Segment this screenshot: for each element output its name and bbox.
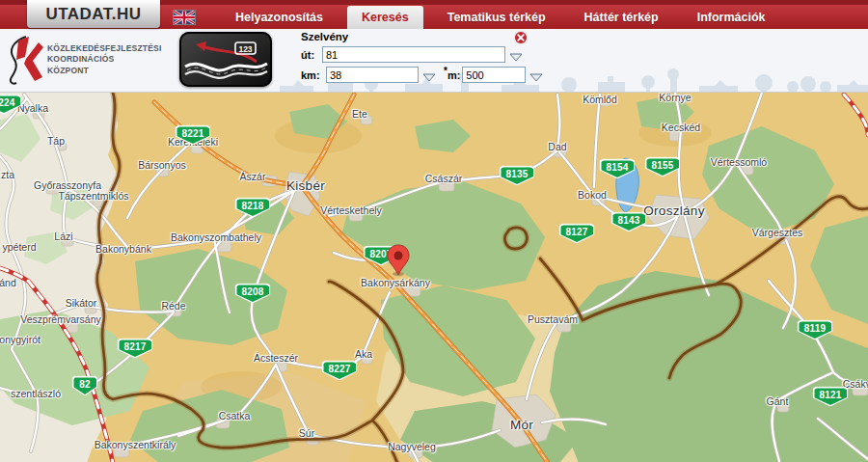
m-input[interactable] xyxy=(462,67,526,83)
map-town-label: Ácsteszér xyxy=(254,352,298,364)
header-panel: KÖZLEKEDÉSFEJLESZTÉSI KOORDINÁCIÓS KÖZPO… xyxy=(0,29,868,93)
map-town-label: Sikátor xyxy=(66,297,97,309)
tab-helyazonositas[interactable]: Helyazonosítás xyxy=(221,5,338,29)
map-canvas[interactable]: NyalkaTápztaGyőrasszonyfaTápszentmiklósy… xyxy=(0,93,868,462)
map-town-label: Vérteskethely xyxy=(320,204,382,216)
road-number-badge: 8218 xyxy=(235,198,271,218)
tab-tematikus-terkep[interactable]: Tematikus térkép xyxy=(433,5,560,29)
map-town-label: Oroszlány xyxy=(643,204,704,218)
map-town-label: Táp xyxy=(47,135,65,147)
road-number-badge: 8224 xyxy=(0,95,22,115)
ut-label: út: xyxy=(301,49,322,61)
m-required-mark: * xyxy=(444,66,448,76)
map-town-label: Veszprémvarsány xyxy=(20,313,100,325)
map-marker-pin[interactable] xyxy=(386,244,411,281)
map-town-label: Bársonyos xyxy=(138,159,186,171)
map-town-label: Bokod xyxy=(578,189,607,201)
map-town-label: Vértessomló xyxy=(711,156,767,168)
svg-text:123: 123 xyxy=(238,44,252,54)
road-number-badge: 8135 xyxy=(500,166,535,186)
utadat-app: UTADAT.HU Helyazonosítás Keresés Tematik… xyxy=(0,0,868,462)
map-town-label: Csatka xyxy=(219,410,251,421)
tab-informaciok[interactable]: Információk xyxy=(683,5,780,29)
map-labels-layer: NyalkaTápztaGyőrasszonyfaTápszentmiklósy… xyxy=(0,93,868,462)
szelveny-title: Szelvény xyxy=(301,31,529,42)
map-town-label: Réde xyxy=(161,300,185,312)
map-town-label: Tápszentmiklós xyxy=(59,190,129,202)
km-input[interactable] xyxy=(326,67,419,83)
map-town-label: konygyirót xyxy=(0,334,41,345)
map-town-label: Bakonyszentkirály xyxy=(95,439,176,450)
map-town-label: Várgesztes xyxy=(752,227,803,238)
road-number-badge: 8127 xyxy=(559,224,595,244)
org-logo: KÖZLEKEDÉSFEJLESZTÉSI KOORDINÁCIÓS KÖZPO… xyxy=(5,34,162,86)
org-line3: KÖZPONT xyxy=(47,66,162,76)
map-town-label: Nagyveleg xyxy=(388,441,436,452)
map-town-label: Aka xyxy=(355,348,372,360)
map-town-label: Kömlőd xyxy=(583,94,617,105)
org-line1: KÖZLEKEDÉSFEJLESZTÉSI xyxy=(47,43,162,54)
szelveny-search-panel: Szelvény út: km: xyxy=(301,31,529,83)
map-town-label: Kecskéd xyxy=(662,122,700,133)
map-town-label: szentlászló xyxy=(11,388,61,399)
ut-input[interactable] xyxy=(322,46,505,63)
road-number-badge: 8143 xyxy=(611,212,647,232)
m-label: m: xyxy=(448,69,460,81)
tab-hatter-terkep[interactable]: Háttér térkép xyxy=(570,5,673,29)
road-number-badge: 8155 xyxy=(645,157,681,177)
map-town-label: Ete xyxy=(352,108,367,120)
site-logo[interactable]: UTADAT.HU xyxy=(27,0,160,28)
road-number-badge: 8121 xyxy=(813,387,849,407)
road-number-badge: 8217 xyxy=(118,339,153,359)
map-town-label: Császár xyxy=(425,173,463,184)
uk-flag-icon[interactable] xyxy=(174,11,195,24)
km-label: km: xyxy=(301,69,326,81)
road-number-badge: 82 xyxy=(72,376,98,396)
map-town-label: Bakonyszombathely xyxy=(171,231,261,243)
close-icon[interactable] xyxy=(513,30,529,45)
map-town-label: ánd xyxy=(0,277,16,288)
road-number-badge: 8208 xyxy=(235,284,271,304)
ut-dropdown-icon[interactable] xyxy=(508,50,523,60)
top-navigation: UTADAT.HU Helyazonosítás Keresés Tematik… xyxy=(0,0,868,29)
map-town-label: Pusztavám xyxy=(528,313,578,325)
map-town-label: Kisbér xyxy=(286,178,325,193)
km-dropdown-icon[interactable] xyxy=(421,70,436,80)
map-town-label: ypéterd xyxy=(2,241,36,253)
map-town-label: Bakonybánk xyxy=(95,243,151,255)
map-town-label: Ászár xyxy=(240,171,266,182)
road-number-badge: 8119 xyxy=(798,320,833,340)
section-search-icon: 123 xyxy=(179,32,272,87)
tab-kereses[interactable]: Keresés xyxy=(347,6,423,29)
org-name: KÖZLEKEDÉSFEJLESZTÉSI KOORDINÁCIÓS KÖZPO… xyxy=(47,43,162,75)
road-number-badge: 8154 xyxy=(600,159,636,179)
org-line2: KOORDINÁCIÓS xyxy=(47,54,162,65)
map-town-label: Dad xyxy=(548,141,566,152)
road-number-badge: 8221 xyxy=(176,125,211,146)
map-town-label: Nyalka xyxy=(17,102,48,114)
m-dropdown-icon[interactable] xyxy=(529,70,543,80)
km-m-row: km: * m: xyxy=(301,67,529,83)
map-town-label: Lázi xyxy=(54,231,72,242)
map-town-label: zta xyxy=(1,169,14,180)
map-town-label: Gánt xyxy=(767,395,789,407)
map-town-label: Súr xyxy=(299,427,314,439)
kkk-logo-icon xyxy=(5,34,43,86)
road-number-badge: 8227 xyxy=(322,361,358,381)
map-town-label: Környe xyxy=(659,93,691,103)
ut-row: út: xyxy=(301,46,529,63)
map-town-label: Mór xyxy=(510,418,533,432)
